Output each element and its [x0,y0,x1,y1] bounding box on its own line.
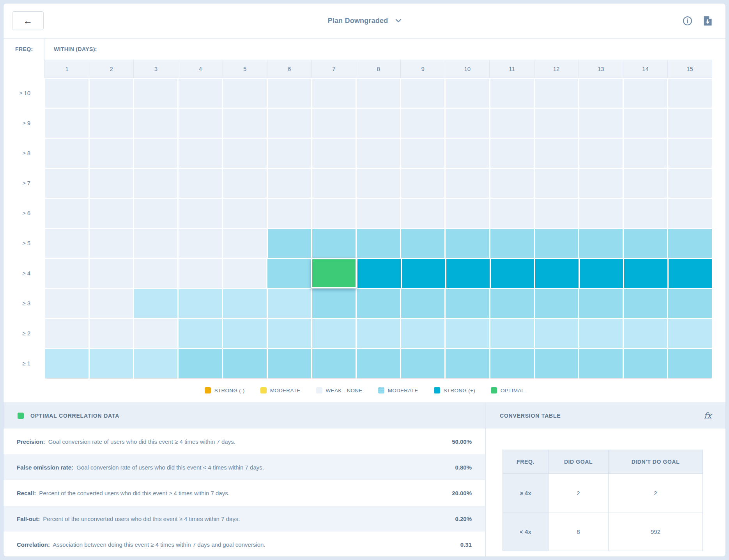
heatmap-cell[interactable] [668,319,711,348]
heatmap-cell[interactable] [45,199,88,228]
heatmap-cell[interactable] [624,319,667,348]
heatmap-cell[interactable] [535,199,578,228]
heatmap-cell[interactable] [312,319,356,348]
heatmap-cell[interactable] [45,229,88,258]
heatmap-cell[interactable] [490,349,534,378]
event-selector-dropdown[interactable]: Plan Downgraded [327,17,401,25]
heatmap-cell[interactable] [490,199,534,228]
heatmap-cell[interactable] [579,229,623,258]
heatmap-cell[interactable] [491,259,534,288]
heatmap-cell[interactable] [223,79,266,108]
heatmap-cell[interactable] [45,289,88,318]
heatmap-cell[interactable] [624,169,667,198]
optimal-heatmap-cell[interactable] [311,258,357,288]
heatmap-cell[interactable] [312,229,356,258]
heatmap-cell[interactable] [134,319,177,348]
heatmap-cell[interactable] [535,169,578,198]
heatmap-cell[interactable] [268,169,311,198]
heatmap-cell[interactable] [268,109,311,138]
heatmap-cell[interactable] [401,229,444,258]
heatmap-cell[interactable] [579,139,623,168]
heatmap-cell[interactable] [179,349,222,378]
heatmap-cell[interactable] [535,319,578,348]
heatmap-cell[interactable] [446,229,489,258]
heatmap-cell[interactable] [535,349,578,378]
heatmap-cell[interactable] [669,259,712,288]
heatmap-cell[interactable] [312,169,356,198]
heatmap-cell[interactable] [535,79,578,108]
heatmap-cell[interactable] [490,229,534,258]
heatmap-cell[interactable] [268,289,311,318]
heatmap-cell[interactable] [90,79,133,108]
heatmap-cell[interactable] [402,259,445,288]
heatmap-cell[interactable] [668,289,711,318]
heatmap-cell[interactable] [579,289,623,318]
heatmap-cell[interactable] [446,139,489,168]
heatmap-cell[interactable] [45,109,88,138]
heatmap-cell[interactable] [579,349,623,378]
heatmap-cell[interactable] [223,229,266,258]
heatmap-cell[interactable] [134,169,177,198]
heatmap-cell[interactable] [45,169,88,198]
heatmap-cell[interactable] [401,109,444,138]
heatmap-cell[interactable] [45,79,88,108]
heatmap-cell[interactable] [446,109,489,138]
heatmap-cell[interactable] [312,109,356,138]
heatmap-cell[interactable] [267,259,311,288]
heatmap-cell[interactable] [134,79,177,108]
heatmap-cell[interactable] [446,199,489,228]
heatmap-cell[interactable] [624,199,667,228]
heatmap-cell[interactable] [268,199,311,228]
heatmap-cell[interactable] [668,79,711,108]
heatmap-cell[interactable] [401,199,444,228]
heatmap-cell[interactable] [312,349,356,378]
heatmap-cell[interactable] [90,259,133,288]
heatmap-cell[interactable] [401,79,444,108]
heatmap-cell[interactable] [268,229,311,258]
heatmap-cell[interactable] [90,319,133,348]
heatmap-cell[interactable] [624,79,667,108]
heatmap-cell[interactable] [446,289,489,318]
heatmap-cell[interactable] [401,169,444,198]
heatmap-cell[interactable] [401,139,444,168]
heatmap-cell[interactable] [446,349,489,378]
heatmap-cell[interactable] [446,319,489,348]
heatmap-cell[interactable] [223,139,266,168]
heatmap-cell[interactable] [668,349,711,378]
heatmap-cell[interactable] [357,169,400,198]
heatmap-cell[interactable] [90,199,133,228]
heatmap-cell[interactable] [535,259,579,288]
heatmap-cell[interactable] [357,289,400,318]
heatmap-cell[interactable] [446,259,490,288]
heatmap-cell[interactable] [624,259,667,288]
heatmap-cell[interactable] [90,109,133,138]
heatmap-cell[interactable] [90,289,133,318]
heatmap-cell[interactable] [668,139,711,168]
heatmap-cell[interactable] [223,109,266,138]
heatmap-cell[interactable] [357,109,400,138]
heatmap-cell[interactable] [134,259,177,288]
heatmap-cell[interactable] [179,229,222,258]
heatmap-cell[interactable] [90,169,133,198]
heatmap-cell[interactable] [357,259,401,288]
heatmap-cell[interactable] [179,169,222,198]
heatmap-cell[interactable] [490,169,534,198]
heatmap-cell[interactable] [535,139,578,168]
heatmap-cell[interactable] [401,289,444,318]
heatmap-cell[interactable] [535,229,578,258]
heatmap-cell[interactable] [268,139,311,168]
heatmap-cell[interactable] [490,319,534,348]
download-icon[interactable] [703,16,712,26]
heatmap-cell[interactable] [579,169,623,198]
heatmap-cell[interactable] [579,79,623,108]
heatmap-cell[interactable] [490,79,534,108]
heatmap-cell[interactable] [312,199,356,228]
heatmap-cell[interactable] [268,349,311,378]
heatmap-cell[interactable] [223,199,266,228]
heatmap-cell[interactable] [90,139,133,168]
heatmap-cell[interactable] [579,109,623,138]
heatmap-cell[interactable] [579,319,623,348]
heatmap-cell[interactable] [357,349,400,378]
heatmap-cell[interactable] [357,229,400,258]
info-icon[interactable] [683,16,692,26]
